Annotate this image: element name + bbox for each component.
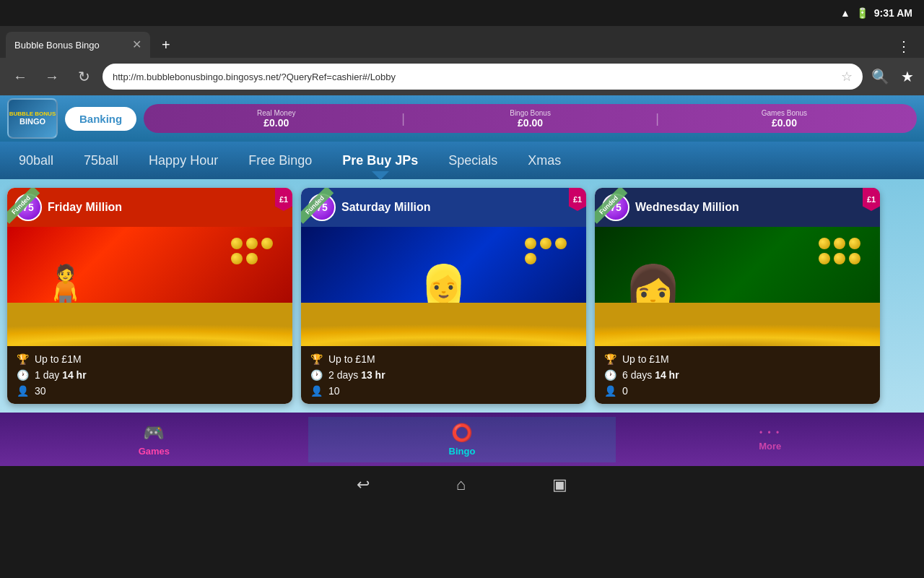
card-header-3: 75 Wednesday Million £1 Funded — [595, 188, 880, 227]
coins-scatter-2 — [525, 238, 575, 264]
players-row-1: 👤 30 — [16, 385, 284, 397]
clock-icon-3: 🕐 — [603, 369, 616, 381]
time-text-2: 2 days 13 hr — [328, 369, 385, 381]
prize-row-1: 🏆 Up to £1M — [16, 353, 284, 365]
nav-item-freebingo[interactable]: Free Bingo — [244, 147, 316, 174]
game-card-friday-million[interactable]: 75 Friday Million £1 Funded 🧍 🏆 Up to £1… — [7, 188, 292, 404]
players-row-2: 👤 10 — [310, 385, 578, 397]
app-logo: BUBBLE BONUS BINGO — [7, 98, 58, 139]
time-text-3: 6 days 14 hr — [622, 369, 679, 381]
browser-menu-button[interactable]: ⋮ — [889, 35, 918, 58]
prize-text-2: Up to £1M — [328, 353, 375, 365]
games-bonus-amount: £0.00 — [772, 117, 797, 129]
bingo-bonus-amount: £0.00 — [518, 117, 543, 129]
android-back-button[interactable]: ↩ — [357, 475, 370, 494]
cards-container: 75 Friday Million £1 Funded 🧍 🏆 Up to £1… — [0, 179, 924, 413]
card-header-1: 75 Friday Million £1 Funded — [7, 188, 292, 227]
nav-item-prebuyjps[interactable]: Pre Buy JPs — [338, 147, 422, 174]
card-title-2: Saturday Million — [341, 201, 431, 214]
coin-pile-3 — [595, 303, 880, 346]
coins-scatter-3 — [819, 238, 869, 264]
logo-bottom-text: BINGO — [9, 117, 56, 126]
wifi-icon: ▲ — [840, 7, 850, 19]
nav-item-specials[interactable]: Specials — [444, 147, 502, 174]
tab-bar: Bubble Bonus Bingo ✕ + ⋮ — [0, 26, 924, 58]
bottom-nav-more[interactable]: • • • More — [616, 422, 924, 457]
players-icon-3: 👤 — [603, 385, 616, 397]
search-icon[interactable]: 🔍 — [868, 65, 892, 88]
more-label: More — [759, 441, 781, 452]
divider-2: | — [655, 111, 659, 126]
card-info-3: 🏆 Up to £1M 🕐 6 days 14 hr 👤 0 — [595, 346, 880, 404]
real-money-section: Real Money £0.00 — [154, 109, 398, 129]
tab-close-button[interactable]: ✕ — [132, 39, 141, 51]
card-image-2: 👱‍♀️ — [301, 227, 586, 346]
new-tab-button[interactable]: + — [153, 32, 179, 58]
bottom-nav-bingo[interactable]: ⭕ Bingo — [308, 417, 616, 462]
card-image-1: 🧍 — [7, 227, 292, 346]
bottom-nav-games[interactable]: 🎮 Games — [0, 417, 308, 462]
price-tag-2: £1 — [569, 188, 586, 211]
balance-bar: Real Money £0.00 | Bingo Bonus £0.00 | G… — [144, 104, 917, 133]
clock-icon-1: 🕐 — [16, 369, 29, 381]
android-recent-button[interactable]: ▣ — [552, 475, 567, 494]
price-tag-3: £1 — [863, 188, 880, 211]
coin-pile-2 — [301, 303, 586, 346]
back-button[interactable]: ← — [7, 64, 33, 90]
status-time: 9:31 AM — [874, 7, 912, 19]
bingo-label: Bingo — [449, 446, 476, 457]
bookmark-star-icon[interactable]: ☆ — [841, 69, 853, 85]
games-bonus-label: Games Bonus — [762, 109, 807, 117]
games-label: Games — [139, 446, 170, 457]
nav-item-xmas[interactable]: Xmas — [523, 147, 565, 174]
game-card-saturday-million[interactable]: 75 Saturday Million £1 Funded 👱‍♀️ 🏆 Up … — [301, 188, 586, 404]
price-tag-1: £1 — [275, 188, 292, 211]
card-header-2: 75 Saturday Million £1 Funded — [301, 188, 586, 227]
trophy-icon-2: 🏆 — [310, 353, 323, 365]
card-title-3: Wednesday Million — [635, 201, 739, 214]
prize-row-2: 🏆 Up to £1M — [310, 353, 578, 365]
address-bar[interactable]: http://m.bubblebonusbingo.bingosys.net/?… — [103, 64, 863, 90]
players-text-3: 0 — [622, 385, 628, 397]
card-info-1: 🏆 Up to £1M 🕐 1 day 14 hr 👤 30 — [7, 346, 292, 404]
nav-item-90ball[interactable]: 90ball — [14, 147, 58, 174]
app-header: BUBBLE BONUS BINGO Banking Real Money £0… — [0, 95, 924, 142]
clock-icon-2: 🕐 — [310, 369, 323, 381]
android-home-button[interactable]: ⌂ — [456, 475, 466, 494]
bottom-nav: 🎮 Games ⭕ Bingo • • • More — [0, 413, 924, 466]
nav-bar: ← → ↻ http://m.bubblebonusbingo.bingosys… — [0, 58, 924, 95]
game-card-wednesday-million[interactable]: 75 Wednesday Million £1 Funded 👩 🏆 Up to… — [595, 188, 880, 404]
bingo-bonus-section: Bingo Bonus £0.00 — [409, 109, 652, 129]
banking-button[interactable]: Banking — [65, 107, 136, 131]
players-text-2: 10 — [328, 385, 340, 397]
forward-button[interactable]: → — [39, 64, 65, 90]
players-text-1: 30 — [35, 385, 46, 397]
address-url: http://m.bubblebonusbingo.bingosys.net/?… — [113, 72, 835, 82]
bingo-bonus-label: Bingo Bonus — [510, 109, 551, 117]
games-icon: 🎮 — [143, 423, 165, 443]
divider-1: | — [401, 111, 405, 126]
refresh-button[interactable]: ↻ — [71, 64, 97, 90]
logo-top-text: BUBBLE BONUS — [9, 111, 56, 118]
nav-item-happyhour[interactable]: Happy Hour — [144, 147, 222, 174]
time-row-3: 🕐 6 days 14 hr — [603, 369, 871, 381]
trophy-icon-1: 🏆 — [16, 353, 29, 365]
coin-pile-1 — [7, 303, 292, 346]
time-text-1: 1 day 14 hr — [35, 369, 87, 381]
nav-item-75ball[interactable]: 75ball — [79, 147, 123, 174]
active-tab[interactable]: Bubble Bonus Bingo ✕ — [6, 32, 150, 58]
card-title-1: Friday Million — [48, 201, 122, 214]
game-nav: 90ball 75ball Happy Hour Free Bingo Pre … — [0, 142, 924, 179]
time-row-2: 🕐 2 days 13 hr — [310, 369, 578, 381]
time-row-1: 🕐 1 day 14 hr — [16, 369, 284, 381]
more-icon: • • • — [759, 428, 780, 438]
bookmark-icon[interactable]: ★ — [898, 65, 917, 88]
players-icon-2: 👤 — [310, 385, 323, 397]
bingo-icon: ⭕ — [451, 423, 473, 443]
tab-label: Bubble Bonus Bingo — [14, 40, 126, 51]
trophy-icon-3: 🏆 — [603, 353, 616, 365]
status-bar: ▲ 🔋 9:31 AM — [0, 0, 924, 26]
nav-right-icons: 🔍 ★ — [868, 65, 917, 88]
prize-text-3: Up to £1M — [622, 353, 669, 365]
battery-icon: 🔋 — [856, 7, 868, 19]
